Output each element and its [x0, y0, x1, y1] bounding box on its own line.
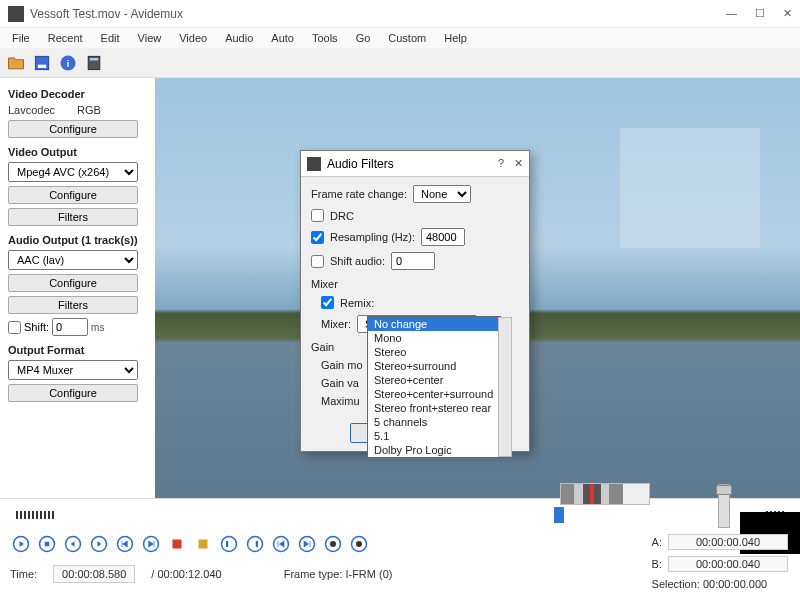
svg-rect-14	[199, 540, 208, 549]
menu-recent[interactable]: Recent	[40, 30, 91, 46]
max-level-label: Maximu	[321, 395, 360, 407]
svg-text:i: i	[67, 59, 70, 69]
mixer-option[interactable]: Stereo	[368, 345, 500, 359]
output-format-select[interactable]: MP4 Muxer	[8, 360, 138, 380]
prev-keyframe-button[interactable]	[114, 533, 136, 555]
sidebar: Video Decoder Lavcodec RGB Configure Vid…	[0, 78, 155, 498]
next-frame-button[interactable]	[88, 533, 110, 555]
stop-button[interactable]	[36, 533, 58, 555]
menu-view[interactable]: View	[130, 30, 170, 46]
mixer-dropdown-list[interactable]: No change Mono Stereo Stereo+surround St…	[367, 316, 501, 458]
shift-audio-checkbox[interactable]	[311, 255, 324, 268]
shift-checkbox[interactable]	[8, 321, 21, 334]
mixer-option[interactable]: Mono	[368, 331, 500, 345]
menu-auto[interactable]: Auto	[263, 30, 302, 46]
mixer-label: Mixer:	[321, 318, 351, 330]
svg-rect-18	[256, 541, 258, 547]
frametype-label: Frame type: I-FRM (0)	[284, 568, 393, 580]
svg-rect-8	[45, 542, 50, 547]
mixer-option[interactable]: Stereo front+stereo rear	[368, 401, 500, 415]
window-title: Vessoft Test.mov - Avidemux	[30, 7, 726, 21]
goto-start-button[interactable]	[270, 533, 292, 555]
time-value[interactable]: 00:00:08.580	[53, 565, 135, 583]
next-black-button[interactable]	[348, 533, 370, 555]
audio-output-title: Audio Output (1 track(s))	[8, 234, 147, 246]
save-button[interactable]	[30, 51, 54, 75]
mixer-group-label: Mixer	[311, 278, 519, 290]
audio-filters-button[interactable]: Filters	[8, 296, 138, 314]
menu-edit[interactable]: Edit	[93, 30, 128, 46]
next-keyframe-button[interactable]	[140, 533, 162, 555]
prev-frame-button[interactable]	[62, 533, 84, 555]
playhead-marker[interactable]	[554, 507, 564, 523]
info-button[interactable]: i	[56, 51, 80, 75]
calculator-button[interactable]	[82, 51, 106, 75]
dialog-help-button[interactable]: ?	[498, 157, 504, 170]
menu-help[interactable]: Help	[436, 30, 475, 46]
menu-video[interactable]: Video	[171, 30, 215, 46]
close-button[interactable]: ✕	[783, 7, 792, 20]
drc-checkbox[interactable]	[311, 209, 324, 222]
toolbar: i	[0, 48, 800, 78]
marker-a-label: A:	[652, 536, 662, 548]
play-button[interactable]	[10, 533, 32, 555]
set-marker-b-button[interactable]	[192, 533, 214, 555]
mixer-option[interactable]: No change	[368, 317, 500, 331]
svg-point-22	[330, 541, 336, 547]
menu-custom[interactable]: Custom	[380, 30, 434, 46]
svg-rect-1	[38, 64, 46, 67]
output-format-title: Output Format	[8, 344, 147, 356]
video-configure-button[interactable]: Configure	[8, 186, 138, 204]
timeline[interactable]	[10, 503, 790, 527]
dialog-icon	[307, 157, 321, 171]
audio-codec-select[interactable]: AAC (lav)	[8, 250, 138, 270]
prev-cut-button[interactable]	[218, 533, 240, 555]
menubar: File Recent Edit View Video Audio Auto T…	[0, 28, 800, 48]
jog-wheel[interactable]	[560, 483, 650, 505]
shift-audio-input[interactable]	[391, 252, 435, 270]
resampling-checkbox[interactable]	[311, 231, 324, 244]
output-configure-button[interactable]: Configure	[8, 384, 138, 402]
shift-label: Shift:	[24, 321, 49, 333]
dialog-close-button[interactable]: ✕	[514, 157, 523, 170]
frc-label: Frame rate change:	[311, 188, 407, 200]
resampling-label: Resampling (Hz):	[330, 231, 415, 243]
volume-slider[interactable]	[718, 484, 730, 528]
lavcodec-label: Lavcodec	[8, 104, 55, 116]
remix-checkbox[interactable]	[321, 296, 334, 309]
shift-unit: ms	[91, 322, 104, 333]
menu-tools[interactable]: Tools	[304, 30, 346, 46]
mixer-option[interactable]: Stereo+surround	[368, 359, 500, 373]
mixer-option[interactable]: Stereo+center+surround	[368, 387, 500, 401]
decoder-configure-button[interactable]: Configure	[8, 120, 138, 138]
menu-file[interactable]: File	[4, 30, 38, 46]
next-cut-button[interactable]	[244, 533, 266, 555]
marker-b-label: B:	[652, 558, 662, 570]
set-marker-a-button[interactable]	[166, 533, 188, 555]
dialog-title: Audio Filters	[327, 157, 498, 171]
menu-go[interactable]: Go	[348, 30, 379, 46]
drc-label: DRC	[330, 210, 354, 222]
video-filters-button[interactable]: Filters	[8, 208, 138, 226]
svg-rect-16	[226, 541, 228, 547]
shift-audio-label: Shift audio:	[330, 255, 385, 267]
remix-label: Remix:	[340, 297, 374, 309]
goto-end-button[interactable]	[296, 533, 318, 555]
open-button[interactable]	[4, 51, 28, 75]
menu-audio[interactable]: Audio	[217, 30, 261, 46]
mixer-option[interactable]: Stereo+center	[368, 373, 500, 387]
video-codec-select[interactable]: Mpeg4 AVC (x264)	[8, 162, 138, 182]
mixer-option[interactable]: 5 channels	[368, 415, 500, 429]
titlebar: Vessoft Test.mov - Avidemux — ☐ ✕	[0, 0, 800, 28]
frc-select[interactable]: None	[413, 185, 471, 203]
audio-configure-button[interactable]: Configure	[8, 274, 138, 292]
minimize-button[interactable]: —	[726, 7, 737, 20]
resampling-input[interactable]	[421, 228, 465, 246]
mixer-option[interactable]: Dolby Pro Logic	[368, 443, 500, 457]
maximize-button[interactable]: ☐	[755, 7, 765, 20]
marker-b-value: 00:00:00.040	[668, 556, 788, 572]
shift-value-input[interactable]	[52, 318, 88, 336]
svg-point-17	[248, 537, 263, 552]
mixer-option[interactable]: 5.1	[368, 429, 500, 443]
prev-black-button[interactable]	[322, 533, 344, 555]
